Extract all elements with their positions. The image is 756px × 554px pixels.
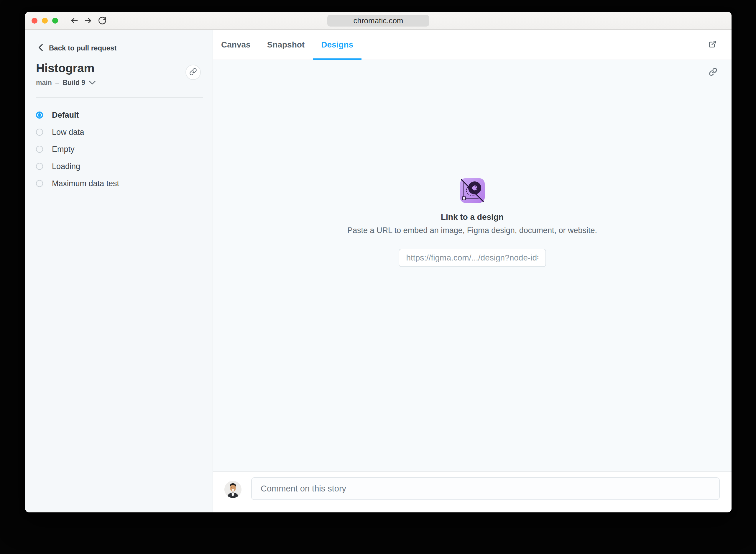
empty-state-title: Link to a design	[441, 212, 504, 222]
open-external-button[interactable]	[707, 40, 717, 50]
branch-build-separator: –	[55, 79, 59, 87]
copy-link-button[interactable]	[708, 67, 718, 77]
url-bar[interactable]: chromatic.com	[327, 15, 429, 26]
radio-icon[interactable]	[36, 146, 43, 153]
story-label: Empty	[52, 145, 75, 154]
story-item-low-data[interactable]: Low data	[36, 127, 212, 137]
desktop-background: chromatic.com Back to pull request Histo…	[0, 0, 756, 554]
main-panel: Canvas Snapshot Designs	[213, 30, 732, 512]
story-label: Maximum data test	[52, 179, 119, 188]
back-arrow-icon[interactable]	[70, 16, 79, 25]
radio-icon[interactable]	[36, 163, 43, 170]
radio-icon[interactable]	[36, 180, 43, 187]
sidebar-divider	[36, 97, 203, 98]
sidebar: Back to pull request Histogram main – Bu…	[25, 30, 213, 512]
build-selector[interactable]: main – Build 9	[36, 79, 212, 87]
user-avatar	[225, 481, 242, 498]
tab-label: Snapshot	[267, 40, 305, 50]
chevron-down-icon	[89, 79, 96, 87]
chevron-left-icon	[38, 44, 44, 53]
story-item-loading[interactable]: Loading	[36, 161, 212, 172]
browser-toolbar: chromatic.com	[25, 12, 732, 30]
zoom-button[interactable]	[52, 18, 58, 23]
forward-arrow-icon[interactable]	[84, 16, 92, 25]
story-label: Low data	[52, 128, 84, 137]
story-list: Default Low data Empty Loading	[36, 110, 212, 189]
tab-canvas[interactable]: Canvas	[213, 30, 259, 60]
build-label: Build 9	[63, 79, 85, 87]
external-link-icon	[708, 40, 716, 49]
story-label: Default	[52, 111, 79, 120]
tab-bar: Canvas Snapshot Designs	[213, 30, 732, 60]
link-icon	[709, 67, 717, 77]
close-button[interactable]	[32, 18, 38, 23]
empty-state-description: Paste a URL to embed an image, Figma des…	[347, 226, 597, 235]
branch-label: main	[36, 79, 52, 87]
tab-label: Canvas	[221, 40, 251, 50]
story-item-empty[interactable]: Empty	[36, 144, 212, 155]
refresh-icon[interactable]	[98, 16, 107, 25]
story-item-maximum-data-test[interactable]: Maximum data test	[36, 178, 212, 189]
tab-snapshot[interactable]: Snapshot	[259, 30, 313, 60]
tab-designs[interactable]: Designs	[313, 30, 362, 60]
url-text: chromatic.com	[353, 16, 403, 25]
designs-tab-content: Link to a design Paste a URL to embed an…	[213, 60, 732, 472]
back-link-label: Back to pull request	[49, 44, 117, 52]
radio-selected-icon[interactable]	[36, 112, 43, 119]
story-label: Loading	[52, 162, 80, 171]
design-url-input[interactable]	[399, 249, 546, 267]
comment-input[interactable]	[251, 477, 720, 500]
comment-bar	[213, 472, 732, 512]
browser-window: chromatic.com Back to pull request Histo…	[25, 12, 732, 512]
story-link-button[interactable]	[185, 65, 201, 80]
link-icon	[189, 68, 197, 77]
back-to-pull-request-link[interactable]: Back to pull request	[38, 43, 212, 53]
story-item-default[interactable]: Default	[36, 110, 212, 120]
minimize-button[interactable]	[42, 18, 48, 23]
traffic-lights	[32, 18, 58, 23]
radio-icon[interactable]	[36, 129, 43, 136]
nav-buttons	[70, 16, 107, 25]
figma-design-icon	[460, 178, 485, 203]
tab-label: Designs	[321, 40, 353, 50]
